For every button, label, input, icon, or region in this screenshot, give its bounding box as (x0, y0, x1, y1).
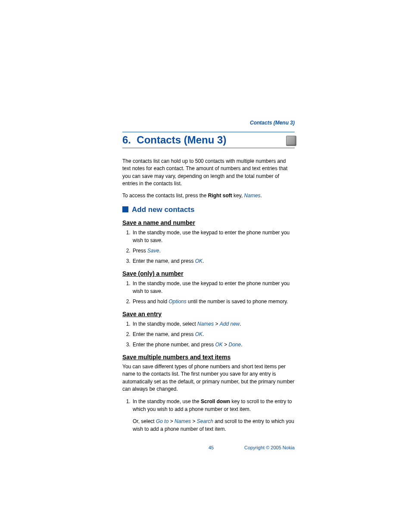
chapter-number: 6. (122, 134, 131, 146)
subhead-save-only-number: Save (only) a number (122, 270, 295, 277)
text-fragment: Press and hold (133, 299, 168, 305)
text-fragment: Enter the name, and press (133, 331, 195, 337)
ok-link[interactable]: OK (215, 342, 222, 348)
intro-paragraph-1: The contacts list can hold up to 500 con… (122, 158, 295, 188)
text-fragment: Press (133, 248, 147, 254)
steps-save-entry: In the standby mode, select Names > Add … (122, 320, 295, 348)
step: Enter the name, and press OK. (132, 330, 295, 338)
save-multiple-paragraph: You can save different types of phone nu… (122, 363, 295, 393)
subhead-save-entry: Save an entry (122, 311, 295, 317)
text-fragment: . (240, 321, 241, 327)
text-fragment: > (191, 418, 197, 424)
contacts-icon (286, 136, 296, 146)
text-fragment: key, (232, 193, 244, 199)
text-fragment: Enter the name, and press (133, 258, 195, 264)
step: Press Save. (132, 247, 295, 255)
text-fragment: . (261, 193, 262, 199)
document-page: Contacts (Menu 3) 6. Contacts (Menu 3) T… (0, 0, 411, 476)
steps-save-multiple: In the standby mode, use the Scroll down… (122, 398, 295, 413)
step: Enter the name, and press OK. (132, 257, 295, 265)
options-link[interactable]: Options (168, 299, 186, 305)
subhead-save-name-number: Save a name and number (122, 219, 295, 226)
square-bullet-icon (122, 206, 128, 212)
text-fragment: > (223, 342, 229, 348)
page-number: 45 (209, 445, 214, 450)
text-fragment: . (202, 258, 204, 264)
search-link[interactable]: Search (197, 418, 213, 424)
text-fragment: . (159, 248, 160, 254)
or-select-note: Or, select Go to > Names > Search and sc… (133, 417, 295, 433)
intro-paragraph-2: To access the contacts list, press the R… (122, 192, 295, 199)
step: In the standby mode, use the keypad to e… (132, 229, 295, 244)
right-soft-key-label: Right soft (208, 193, 232, 199)
section-title-text: Add new contacts (132, 205, 194, 214)
text-fragment: > (168, 418, 174, 424)
text-fragment: > (214, 321, 220, 327)
names-link[interactable]: Names (244, 193, 261, 199)
text-fragment: In the standby mode, select (133, 321, 197, 327)
text-fragment: . (241, 342, 242, 348)
section-add-new-contacts: Add new contacts (122, 205, 295, 214)
scroll-down-key-label: Scroll down (201, 398, 230, 404)
chapter-title: 6. Contacts (Menu 3) (122, 132, 295, 148)
steps-save-name-number: In the standby mode, use the keypad to e… (122, 229, 295, 265)
step: Press and hold Options until the number … (132, 298, 295, 305)
steps-save-only-number: In the standby mode, use the keypad to e… (122, 280, 295, 305)
text-fragment: Enter the phone number, and press (133, 342, 215, 348)
add-new-link[interactable]: Add new (220, 321, 240, 327)
names-link[interactable]: Names (174, 418, 191, 424)
copyright-text: Copyright © 2005 Nokia (244, 445, 295, 450)
step: In the standby mode, use the Scroll down… (132, 398, 295, 413)
text-fragment: Or, select (133, 418, 156, 424)
names-link[interactable]: Names (197, 321, 214, 327)
ok-link[interactable]: OK (195, 331, 202, 337)
step: Enter the phone number, and press OK > D… (132, 341, 295, 348)
text-fragment: . (202, 331, 204, 337)
text-fragment: To access the contacts list, press the (122, 193, 208, 199)
step: In the standby mode, use the keypad to e… (132, 280, 295, 295)
step: In the standby mode, select Names > Add … (132, 320, 295, 328)
chapter-title-text: Contacts (Menu 3) (137, 134, 226, 146)
page-footer: 45 Copyright © 2005 Nokia (122, 445, 295, 450)
running-head: Contacts (Menu 3) (250, 120, 295, 126)
ok-link[interactable]: OK (195, 258, 202, 264)
save-link[interactable]: Save (147, 248, 159, 254)
text-fragment: In the standby mode, use the (133, 398, 201, 404)
subhead-save-multiple: Save multiple numbers and text items (122, 354, 295, 361)
go-to-link[interactable]: Go to (156, 418, 168, 424)
done-link[interactable]: Done (229, 342, 241, 348)
text-fragment: until the number is saved to phone memor… (187, 299, 288, 305)
